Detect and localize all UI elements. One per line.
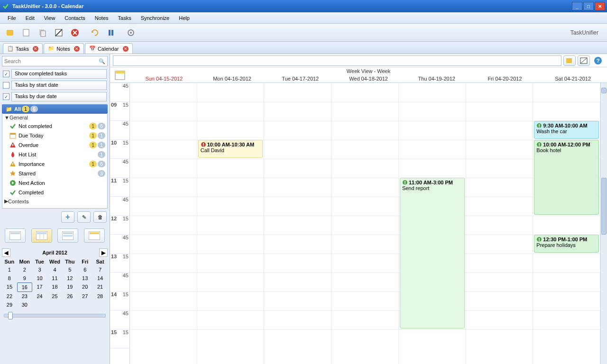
minical-day[interactable]: 25 bbox=[47, 292, 63, 300]
close-button[interactable]: ✕ bbox=[595, 2, 605, 10]
tree-item[interactable]: Overdue11 bbox=[2, 140, 107, 150]
tree-category-contexts[interactable]: ▶ Contexts bbox=[2, 197, 107, 205]
help-button[interactable]: ? bbox=[592, 55, 604, 66]
menu-edit[interactable]: Edit bbox=[21, 14, 39, 22]
tree-item[interactable]: Starred3 bbox=[2, 169, 107, 178]
minical-day[interactable]: 8 bbox=[2, 274, 17, 282]
menu-notes[interactable]: Notes bbox=[90, 14, 113, 22]
minical-day[interactable]: 28 bbox=[92, 292, 108, 300]
filter-checkbox[interactable]: ✓ bbox=[3, 93, 9, 100]
day-header[interactable]: Sun 04-15-2012 bbox=[130, 75, 198, 82]
day-header[interactable]: Thu 04-19-2012 bbox=[403, 75, 471, 82]
minical-day[interactable]: 24 bbox=[32, 292, 47, 300]
minical-day[interactable]: 17 bbox=[32, 282, 47, 292]
tree-category-general[interactable]: ▼ General bbox=[2, 114, 107, 121]
filter-label[interactable]: Tasks by due date bbox=[11, 92, 107, 101]
view-workweek-button[interactable] bbox=[57, 228, 78, 243]
calendar-event[interactable]: 10:00 AM-12:00 PMBook hotel bbox=[534, 140, 599, 215]
minical-day[interactable]: 9 bbox=[17, 274, 32, 282]
new-task-button[interactable] bbox=[4, 26, 17, 39]
tab-notes[interactable]: 📁Notes✕ bbox=[44, 43, 84, 54]
filter-checkbox[interactable] bbox=[3, 82, 9, 89]
tab-calendar[interactable]: 📅Calendar✕ bbox=[85, 43, 133, 54]
day-column[interactable] bbox=[331, 83, 399, 364]
zoom-slider[interactable] bbox=[4, 314, 106, 318]
minical-day[interactable]: 3 bbox=[32, 265, 47, 274]
tab-tasks[interactable]: 📋Tasks✕ bbox=[3, 43, 43, 54]
day-column[interactable] bbox=[130, 83, 197, 364]
quick-add-button[interactable] bbox=[563, 55, 576, 66]
minical-day[interactable]: 16 bbox=[17, 282, 32, 292]
minical-day[interactable]: 1 bbox=[2, 265, 17, 274]
calendar-event[interactable]: 10:00 AM-10:30 AMCall David bbox=[198, 140, 263, 158]
day-header[interactable]: Wed 04-18-2012 bbox=[334, 75, 403, 82]
new-note-button[interactable] bbox=[20, 26, 33, 39]
copy-button[interactable] bbox=[36, 26, 49, 39]
settings-button[interactable] bbox=[124, 26, 138, 39]
minical-day[interactable]: 14 bbox=[92, 274, 108, 282]
minical-day[interactable]: 15 bbox=[2, 282, 17, 292]
minical-day[interactable]: 30 bbox=[17, 300, 32, 309]
minical-day[interactable]: 18 bbox=[47, 282, 63, 292]
view-month-button[interactable] bbox=[84, 228, 105, 243]
sync-button[interactable] bbox=[88, 26, 101, 39]
minical-day[interactable]: 19 bbox=[62, 282, 77, 292]
maximize-button[interactable]: □ bbox=[583, 2, 594, 10]
menu-synchronize[interactable]: Synchronize bbox=[136, 14, 175, 22]
day-header[interactable]: Sat 04-21-2012 bbox=[539, 75, 607, 82]
tab-close-icon[interactable]: ✕ bbox=[74, 46, 80, 52]
tree-item[interactable]: Not completed16 bbox=[2, 121, 107, 131]
minimize-button[interactable]: _ bbox=[572, 2, 582, 10]
delete-button[interactable] bbox=[68, 26, 82, 39]
calendar-event[interactable]: 9:30 AM-10:00 AMWash the car bbox=[534, 121, 599, 139]
minical-day[interactable]: 22 bbox=[2, 292, 17, 300]
day-column[interactable] bbox=[264, 83, 331, 364]
day-column[interactable]: 9:30 AM-10:00 AMWash the car10:00 AM-12:… bbox=[533, 83, 600, 364]
tree-item[interactable]: Hot List1 bbox=[2, 150, 107, 159]
day-column[interactable]: 11:00 AM-3:00 PMSend report bbox=[399, 83, 466, 364]
minical-day[interactable]: 10 bbox=[32, 274, 47, 282]
tree-item[interactable]: Completed bbox=[2, 188, 107, 197]
tree-item[interactable]: Next Action bbox=[2, 178, 107, 188]
day-column[interactable] bbox=[466, 83, 533, 364]
minical-day[interactable]: 11 bbox=[47, 274, 63, 282]
day-header[interactable]: Mon 04-16-2012 bbox=[198, 75, 267, 82]
minical-day[interactable]: 21 bbox=[92, 282, 108, 292]
tab-close-icon[interactable]: ✕ bbox=[123, 46, 129, 52]
minical-day[interactable]: 12 bbox=[62, 274, 77, 282]
menu-help[interactable]: Help bbox=[174, 14, 194, 22]
minical-day[interactable]: 6 bbox=[77, 265, 92, 274]
minical-day[interactable]: 20 bbox=[77, 282, 92, 292]
calendar-event[interactable]: 12:30 PM-1:00 PMPrepare holidays bbox=[534, 235, 599, 253]
minical-day[interactable]: 4 bbox=[47, 265, 63, 274]
menu-tasks[interactable]: Tasks bbox=[113, 14, 136, 22]
tree-item[interactable]: Importance16 bbox=[2, 159, 107, 169]
minical-day[interactable]: 27 bbox=[77, 292, 92, 300]
add-filter-button[interactable]: + bbox=[61, 211, 74, 223]
calendar-event[interactable]: 11:00 AM-3:00 PMSend report bbox=[400, 178, 465, 328]
tree-item[interactable]: Due Today11 bbox=[2, 131, 107, 140]
view-day-button[interactable] bbox=[5, 228, 26, 243]
filter-label[interactable]: Tasks by start date bbox=[11, 81, 107, 90]
filter-checkbox[interactable]: ✓ bbox=[3, 71, 9, 77]
toggle-pane-button[interactable] bbox=[578, 55, 590, 66]
menu-file[interactable]: File bbox=[3, 14, 21, 22]
view-week-button[interactable] bbox=[31, 228, 52, 243]
edit-filter-button[interactable]: ✎ bbox=[77, 211, 91, 223]
day-column[interactable]: 10:00 AM-10:30 AMCall David bbox=[197, 83, 265, 364]
day-header[interactable]: Fri 04-20-2012 bbox=[471, 75, 539, 82]
minical-day[interactable]: 29 bbox=[2, 300, 17, 309]
minical-day[interactable]: 23 bbox=[17, 292, 32, 300]
day-header[interactable]: Tue 04-17-2012 bbox=[266, 75, 334, 82]
pause-button[interactable] bbox=[104, 26, 118, 39]
filter-label[interactable]: Show completed tasks bbox=[11, 69, 107, 79]
edit-button[interactable] bbox=[52, 26, 65, 39]
search-field[interactable] bbox=[4, 58, 99, 64]
menu-view[interactable]: View bbox=[39, 14, 60, 22]
minical-day[interactable]: 13 bbox=[77, 274, 92, 282]
minical-day[interactable]: 7 bbox=[92, 265, 108, 274]
search-input[interactable]: 🔍 bbox=[2, 56, 108, 66]
minical-day[interactable]: 5 bbox=[62, 265, 77, 274]
tree-all[interactable]: 📁 All 1 6 bbox=[2, 104, 108, 114]
minical-day[interactable]: 2 bbox=[17, 265, 32, 274]
